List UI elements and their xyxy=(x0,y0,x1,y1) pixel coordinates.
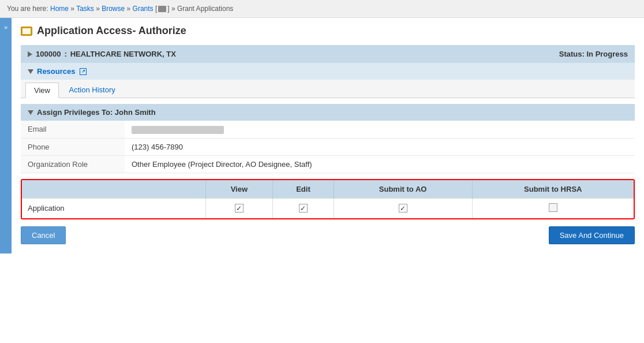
resources-collapse-icon[interactable] xyxy=(28,69,33,74)
content-area: Application Access- Authorize 100000 : H… xyxy=(12,18,644,253)
grant-section-header: 100000 : HEALTHCARE NETWORK, TX Status: … xyxy=(21,45,635,63)
footer-bar: Cancel Save And Continue xyxy=(21,219,635,247)
col-name xyxy=(22,180,205,199)
org-role-label: Organization Role xyxy=(21,155,125,173)
table-row: Application xyxy=(22,198,634,218)
breadcrumb: You are here: Home » Tasks » Browse » Gr… xyxy=(0,0,644,18)
resources-header[interactable]: Resources ↗ xyxy=(21,63,635,80)
checkbox-edit[interactable] xyxy=(299,204,308,212)
page-title-row: Application Access- Authorize xyxy=(21,25,635,37)
email-blurred xyxy=(132,126,224,134)
tab-view[interactable]: View xyxy=(25,83,59,98)
tabs-container: View Action History xyxy=(21,80,635,98)
info-table: Email Phone (123) 456-7890 Organization … xyxy=(21,121,635,173)
breadcrumb-home[interactable]: Home xyxy=(50,5,69,13)
assign-collapse-icon[interactable] xyxy=(28,110,33,115)
email-row: Email xyxy=(21,121,635,138)
cell-edit[interactable] xyxy=(273,198,334,218)
breadcrumb-grant-applications: Grant Applications xyxy=(177,5,233,13)
phone-row: Phone (123) 456-7890 xyxy=(21,138,635,155)
org-role-row: Organization Role Other Employee (Projec… xyxy=(21,155,635,173)
checkbox-submit-hrsa[interactable] xyxy=(549,203,557,212)
grant-status: Status: In Progress xyxy=(559,50,628,58)
assign-header-label: Assign Privileges To: John Smith xyxy=(37,108,156,117)
privileges-wrapper: View Edit Submit to AO Submit to HRSA Ap… xyxy=(21,179,635,219)
expand-icon[interactable] xyxy=(28,51,32,57)
grant-id: 100000 xyxy=(36,50,61,58)
cancel-button[interactable]: Cancel xyxy=(21,226,66,244)
cell-submit-ao[interactable] xyxy=(334,198,472,218)
external-link-icon[interactable]: ↗ xyxy=(80,68,87,75)
assign-privileges-header: Assign Privileges To: John Smith xyxy=(21,104,635,121)
col-view: View xyxy=(205,180,273,199)
privileges-table: View Edit Submit to AO Submit to HRSA Ap… xyxy=(22,180,634,218)
breadcrumb-browse[interactable]: Browse xyxy=(102,5,125,13)
breadcrumb-tasks[interactable]: Tasks xyxy=(76,5,94,13)
col-edit: Edit xyxy=(273,180,334,199)
checkbox-view[interactable] xyxy=(235,204,244,212)
phone-value: (123) 456-7890 xyxy=(125,138,635,155)
breadcrumb-grants[interactable]: Grants xyxy=(133,5,153,13)
phone-label: Phone xyxy=(21,138,125,155)
breadcrumb-prefix: You are here: xyxy=(7,5,48,13)
privileges-header-row: View Edit Submit to AO Submit to HRSA xyxy=(22,180,634,199)
page-title: Application Access- Authorize xyxy=(37,25,186,37)
page-title-icon xyxy=(21,27,32,36)
checkbox-submit-ao[interactable] xyxy=(399,204,407,212)
col-submit-ao: Submit to AO xyxy=(334,180,472,199)
grant-name: HEALTHCARE NETWORK, TX xyxy=(70,50,176,58)
org-role-value: Other Employee (Project Director, AO Des… xyxy=(125,155,635,173)
main-wrapper: » Application Access- Authorize 100000 :… xyxy=(0,18,644,253)
cell-submit-hrsa[interactable] xyxy=(472,198,634,218)
tab-action-history[interactable]: Action History xyxy=(61,83,123,97)
col-submit-hrsa: Submit to HRSA xyxy=(472,180,634,199)
email-label: Email xyxy=(21,121,125,138)
cell-view[interactable] xyxy=(205,198,273,218)
email-value xyxy=(125,121,635,138)
resources-label: Resources xyxy=(37,67,75,76)
sidebar-toggle[interactable]: » xyxy=(0,18,12,253)
row-application-label: Application xyxy=(22,198,205,218)
save-and-continue-button[interactable]: Save And Continue xyxy=(549,226,635,244)
